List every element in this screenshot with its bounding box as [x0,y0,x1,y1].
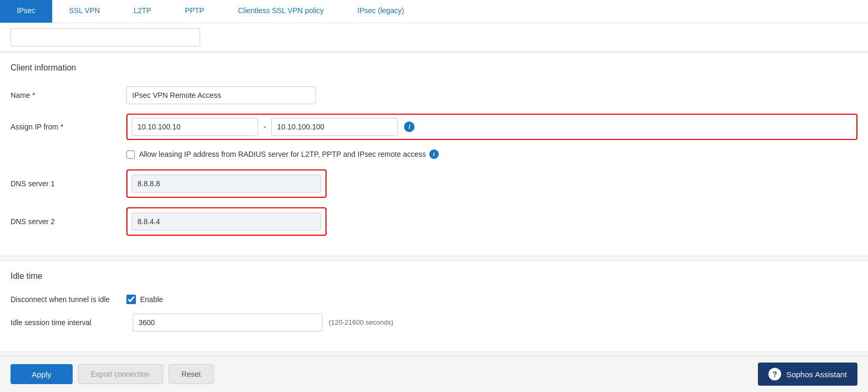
tab-ipsec-legacy[interactable]: IPsec (legacy) [341,0,421,23]
dns-wrapper-control [126,169,857,198]
tab-ipsec[interactable]: IPsec [0,0,52,23]
dns1-label: DNS server 1 [11,179,126,188]
idle-time-title: Idle time [11,272,857,285]
idle-interval-input[interactable] [133,314,322,331]
dns1-input[interactable] [132,175,321,193]
dns2-label: DNS server 2 [11,217,126,226]
dns2-wrapper [126,207,327,236]
dns2-input[interactable] [132,213,321,230]
dns1-row: DNS server 1 [11,169,857,198]
tab-pptp[interactable]: PPTP [168,0,221,23]
dns2-control [126,207,857,236]
assign-ip-row: Assign IP from * - i [11,114,857,140]
tab-clientless-ssl[interactable]: Clientless SSL VPN policy [221,0,341,23]
client-information-section: Client information Name * Assign IP from… [0,52,868,256]
disconnect-row: Disconnect when tunnel is idle Enable [11,295,857,304]
idle-interval-label: Idle session time interval [11,318,126,327]
sophos-assistant-button[interactable]: ? Sophos Assistant [758,363,857,383]
enable-label: Enable [140,295,163,304]
enable-control: Enable [126,295,857,304]
assign-ip-label: Assign IP from * [11,123,126,131]
idle-time-section: Idle time Disconnect when tunnel is idle… [0,260,868,352]
export-button: Export connection [78,364,163,383]
name-label: Name * [11,91,126,99]
reset-button[interactable]: Reset [169,364,214,383]
footer-bar: Apply Export connection Reset ? Sophos A… [0,356,868,383]
assign-ip-to-input[interactable] [271,118,398,136]
assign-ip-from-input[interactable] [132,118,258,136]
idle-interval-row: Idle session time interval (120-21600 se… [11,314,857,331]
tab-l2tp[interactable]: L2TP [117,0,168,23]
allow-leasing-checkbox[interactable] [126,150,135,159]
assign-ip-info-icon[interactable]: i [404,122,415,132]
tabs-bar: IPsec SSL VPN L2TP PPTP Clientless SSL V… [0,0,868,23]
dns-wrapper [126,169,327,198]
apply-button[interactable]: Apply [11,364,73,383]
allow-leasing-info-icon[interactable]: i [429,149,439,159]
allow-leasing-row: Allow leasing IP address from RADIUS ser… [11,149,857,160]
name-input[interactable] [126,86,316,104]
client-info-title: Client information [11,63,857,77]
top-partial-area [0,23,868,52]
allow-leasing-label: Allow leasing IP address from RADIUS ser… [139,149,426,160]
footer-left: Apply Export connection Reset [11,364,214,383]
idle-interval-hint: (120-21600 seconds) [329,318,393,326]
name-control [126,86,857,104]
sophos-assistant-label: Sophos Assistant [786,370,847,379]
enable-checkbox[interactable] [126,295,136,304]
tab-ssl-vpn[interactable]: SSL VPN [52,0,117,23]
name-row: Name * [11,86,857,104]
assign-ip-wrapper: - i [126,114,857,140]
disconnect-label: Disconnect when tunnel is idle [11,295,126,304]
dns2-row: DNS server 2 [11,207,857,236]
idle-interval-control: (120-21600 seconds) [133,314,857,331]
sophos-question-icon: ? [768,368,781,380]
assign-ip-control: - i [126,114,857,140]
partial-input[interactable] [11,28,200,46]
ip-separator: - [261,122,268,132]
